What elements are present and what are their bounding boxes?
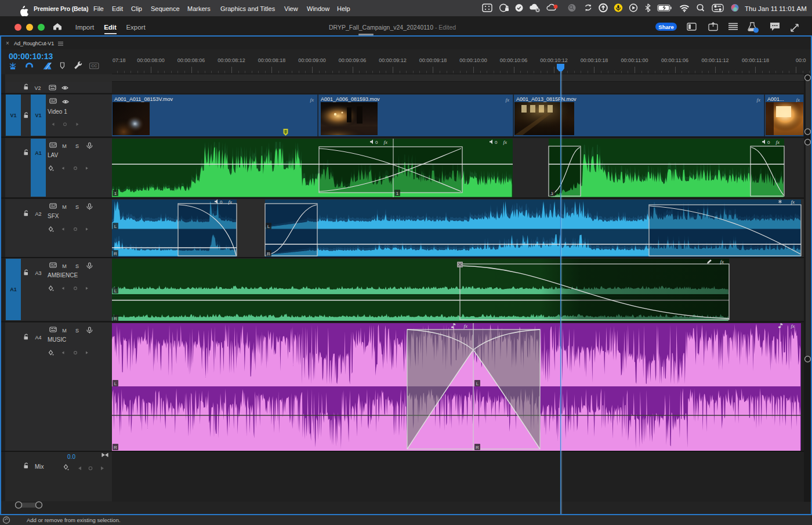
svg-text:00:00:08:06: 00:00:08:06: [177, 57, 205, 63]
svg-text:fx: fx: [757, 97, 761, 103]
svg-text:Mix: Mix: [35, 464, 44, 470]
svg-text:00:00:11:12: 00:00:11:12: [702, 57, 729, 63]
svg-text:Video 1: Video 1: [48, 108, 67, 115]
svg-text:Window: Window: [307, 5, 329, 12]
svg-text:V2: V2: [34, 85, 41, 91]
svg-text:Markers: Markers: [187, 5, 211, 12]
svg-text:fx: fx: [506, 97, 510, 103]
svg-text:DRYP_Fall_Campaign_v24_2024011: DRYP_Fall_Campaign_v24_20240110 - Edited: [329, 24, 456, 31]
svg-text:Sequence: Sequence: [151, 5, 180, 12]
svg-text:V1: V1: [35, 113, 41, 118]
svg-text:00:00:09:00: 00:00:09:00: [298, 57, 326, 63]
svg-text:1: 1: [551, 191, 554, 196]
svg-text:A001_A011_08153V.mov: A001_A011_08153V.mov: [114, 96, 173, 102]
svg-text:SFX: SFX: [48, 213, 59, 219]
svg-text:00:00:08:12: 00:00:08:12: [217, 57, 245, 63]
svg-text:0.0: 0.0: [67, 454, 75, 460]
svg-text:00:00:10:18: 00:00:10:18: [581, 57, 608, 63]
svg-text:A001_A006_081593.mov: A001_A006_081593.mov: [321, 96, 380, 102]
svg-text:Import: Import: [75, 24, 95, 31]
svg-text:1: 1: [396, 191, 399, 196]
svg-text:00:00:09:18: 00:00:09:18: [419, 57, 447, 63]
svg-text:fx: fx: [464, 323, 468, 329]
svg-text:Graphics and Titles: Graphics and Titles: [220, 5, 276, 12]
svg-text:fx: fx: [310, 97, 314, 103]
svg-text:L: L: [476, 381, 479, 386]
svg-text:A001...: A001...: [767, 96, 784, 102]
svg-text:S: S: [75, 263, 79, 269]
svg-text:11:01 AM: 11:01 AM: [779, 5, 807, 12]
svg-text:Ad_RoughCut-V1: Ad_RoughCut-V1: [14, 41, 54, 46]
svg-text:M: M: [62, 143, 67, 149]
svg-text:M: M: [62, 204, 67, 210]
svg-text:×: ×: [6, 40, 9, 46]
svg-text:00:00:10:00: 00:00:10:00: [459, 57, 487, 63]
svg-text:R: R: [114, 445, 117, 450]
svg-text:fx: fx: [791, 199, 795, 205]
svg-text:fx: fx: [720, 259, 724, 265]
svg-text:00:00:11:18: 00:00:11:18: [742, 57, 769, 63]
svg-text:0: 0: [495, 140, 498, 145]
svg-text:M: M: [62, 263, 67, 269]
svg-text:AMBIENCE: AMBIENCE: [48, 272, 78, 278]
svg-text:Add or remove from existing se: Add or remove from existing selection.: [27, 517, 121, 523]
svg-text:00:00:11:06: 00:00:11:06: [661, 57, 688, 63]
svg-text:fx: fx: [796, 97, 800, 103]
svg-text:00:00:09:06: 00:00:09:06: [339, 57, 367, 63]
svg-text:L: L: [114, 288, 117, 294]
svg-text:0: 0: [767, 140, 770, 145]
svg-text:Share: Share: [658, 24, 673, 30]
svg-text:A001_A013_0815FN.mov: A001_A013_0815FN.mov: [516, 96, 577, 102]
svg-text:M: M: [62, 328, 67, 334]
svg-text:00:00:11:00: 00:00:11:00: [621, 57, 648, 63]
svg-text:Premiere Pro (Beta): Premiere Pro (Beta): [34, 5, 88, 12]
svg-text:S: S: [75, 143, 79, 149]
svg-text:00:00:10:06: 00:00:10:06: [500, 57, 528, 63]
svg-text:MUSIC: MUSIC: [48, 336, 66, 343]
svg-text:R: R: [114, 316, 117, 321]
svg-text:L: L: [267, 224, 270, 229]
svg-text:Export: Export: [126, 24, 146, 31]
svg-text:R: R: [476, 445, 479, 450]
svg-text:07:18: 07:18: [113, 57, 126, 63]
svg-text:LAV: LAV: [48, 152, 58, 158]
svg-text:S: S: [75, 328, 79, 334]
svg-text:CC: CC: [91, 64, 97, 68]
svg-text:A4: A4: [35, 335, 41, 341]
svg-text:fx: fx: [791, 323, 795, 329]
svg-text:A1: A1: [10, 287, 17, 292]
svg-text:L: L: [114, 224, 117, 229]
svg-text:fx: fx: [229, 199, 233, 205]
svg-text:fx: fx: [384, 139, 388, 145]
svg-text:Clip: Clip: [131, 5, 142, 12]
svg-text:00:00:10:13: 00:00:10:13: [9, 52, 53, 61]
svg-text:L: L: [114, 381, 117, 386]
svg-text:1: 1: [114, 191, 117, 196]
svg-text:0: 0: [220, 200, 223, 205]
svg-text:A3: A3: [35, 270, 41, 276]
svg-text:View: View: [284, 5, 298, 12]
svg-text:00:00:08:00: 00:00:08:00: [137, 57, 165, 63]
svg-text:00:00:09:12: 00:00:09:12: [379, 57, 407, 63]
svg-text:File: File: [93, 5, 104, 12]
svg-text:00:00:08:18: 00:00:08:18: [258, 57, 286, 63]
svg-text:Edit: Edit: [104, 24, 117, 31]
svg-text:A2: A2: [35, 211, 41, 217]
svg-text:A1: A1: [35, 150, 42, 156]
svg-text:S: S: [75, 204, 79, 210]
svg-text:00:00:10:12: 00:00:10:12: [540, 57, 568, 63]
svg-text:Thu Jan 11: Thu Jan 11: [745, 5, 778, 12]
svg-text:V1: V1: [10, 113, 16, 118]
svg-text:R: R: [267, 251, 270, 256]
svg-text:fx: fx: [503, 139, 507, 145]
svg-text:Help: Help: [337, 5, 350, 12]
svg-text:Edit: Edit: [112, 5, 123, 12]
svg-text:0: 0: [375, 140, 378, 145]
svg-text:fx: fx: [776, 139, 780, 145]
svg-text:00:0: 00:0: [796, 57, 806, 63]
svg-text:R: R: [114, 251, 117, 256]
